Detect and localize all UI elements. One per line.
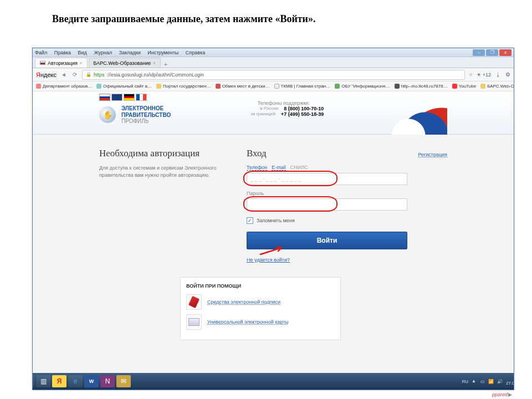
weather-widget[interactable]: ☀ +12 xyxy=(477,72,491,78)
browser-window: Файл Правка Вид Журнал Закладки Инструме… xyxy=(32,48,514,390)
lang-ru-button[interactable] xyxy=(99,94,110,101)
tray-flag-icon[interactable]: ▭ xyxy=(480,379,485,384)
window-close-button[interactable]: x xyxy=(499,49,511,56)
lang-fr-button[interactable] xyxy=(136,94,147,101)
login-button[interactable]: Войти xyxy=(247,232,407,249)
taskbar-outlook-icon[interactable]: ✉ xyxy=(116,375,131,387)
lock-icon: 🔒 xyxy=(86,72,91,77)
login-method-tabs: Телефон E-mail СНИЛС xyxy=(247,165,447,171)
usb-token-icon xyxy=(186,294,202,310)
browser-titlebar: Файл Правка Вид Журнал Закладки Инструме… xyxy=(33,48,514,57)
download-icon[interactable]: ⭳ xyxy=(494,71,502,79)
bookmark-item[interactable]: ТКМВ | Главная стран… xyxy=(274,84,331,89)
bookmark-item[interactable]: Обмен мест в детски… xyxy=(216,84,270,89)
help-eds-link[interactable]: Средства электронной подписи xyxy=(207,299,280,305)
favicon-icon xyxy=(395,84,400,89)
browser-menu[interactable]: Файл Правка Вид Журнал Закладки Инструме… xyxy=(35,50,211,55)
taskbar-onenote-icon[interactable]: N xyxy=(100,375,115,387)
browser-tabstrip: Авторизация × БАРС.Web-Образование × + xyxy=(33,57,514,68)
tab-close-icon[interactable]: × xyxy=(80,60,83,65)
card-icon xyxy=(186,314,202,330)
help-uec-link[interactable]: Универсальной электронной карты xyxy=(207,319,289,325)
register-link[interactable]: Регистрация xyxy=(418,152,447,157)
system-tray: RU ▲ ▭ 📶 🔊 11:56 27.06.2014 xyxy=(462,376,514,386)
favicon-icon xyxy=(335,84,340,89)
site-logo-icon: ✋ xyxy=(99,106,116,123)
remember-label: Запомнить меня xyxy=(257,218,295,223)
url-input[interactable]: 🔒 https ://esia.gosuslugi.ru/idp/authn/C… xyxy=(82,70,465,80)
menu-view[interactable]: Вид xyxy=(78,50,87,55)
site-header: ✋ ЭЛЕКТРОННОЕ ПРАВИТЕЛЬСТВО ПРОФИЛЬ Теле… xyxy=(33,91,514,135)
tray-up-icon[interactable]: ▲ xyxy=(472,378,477,384)
browser-tab-inactive[interactable]: БАРС.Web-Образование × xyxy=(89,58,161,68)
favicon-icon xyxy=(480,84,485,89)
ru-flag-icon xyxy=(40,61,45,65)
settings-gear-icon[interactable]: ⚙ xyxy=(505,71,510,78)
taskbar-word-icon[interactable]: W xyxy=(84,375,99,387)
remember-checkbox[interactable]: ✓ xyxy=(247,217,253,224)
bookmark-item[interactable]: Департамент образов… xyxy=(36,84,92,89)
login-help-box: ВОЙТИ ПРИ ПОМОЩИ Средства электронной по… xyxy=(180,277,341,340)
tray-network-icon[interactable]: 📶 xyxy=(488,379,494,384)
url-https: https xyxy=(94,72,105,78)
favicon-icon xyxy=(156,84,161,89)
new-tab-button[interactable]: + xyxy=(162,61,170,68)
bookmark-item[interactable]: БАРС.Web-Образова… xyxy=(480,84,514,89)
taskbar-yandex-icon[interactable]: Я xyxy=(52,375,66,387)
tab-close-icon[interactable]: × xyxy=(153,60,156,65)
tray-clock[interactable]: 11:56 27.06.2014 xyxy=(506,376,514,386)
menu-file[interactable]: Файл xyxy=(35,50,47,55)
browser-address-bar: Яндекс ◄ ⟳ 🔒 https ://esia.gosuslugi.ru/… xyxy=(33,68,514,81)
lang-en-button[interactable] xyxy=(111,94,122,101)
nav-back-button[interactable]: ◄ xyxy=(60,71,68,79)
cant-login-link[interactable]: Не удается войти? xyxy=(247,257,447,263)
yandex-logo[interactable]: Яндекс xyxy=(36,71,57,78)
taskbar-ie-icon[interactable]: e xyxy=(68,375,83,387)
favicon-icon xyxy=(36,84,41,89)
taskbar-firefox-icon[interactable]: ● xyxy=(33,375,34,387)
browser-tab-active[interactable]: Авторизация × xyxy=(35,58,88,68)
favicon-icon xyxy=(452,84,457,89)
instruction-text: Введите запрашиваемые данные, затем нажм… xyxy=(0,0,532,33)
window-minimize-button[interactable]: – xyxy=(473,49,485,56)
annotation-arrow-icon xyxy=(259,245,287,255)
password-field[interactable] xyxy=(247,198,407,211)
tray-lang[interactable]: RU xyxy=(462,379,468,384)
help-title: ВОЙТИ ПРИ ПОМОЩИ xyxy=(186,283,335,289)
auth-required-text: Для доступа к системам и сервисам Электр… xyxy=(99,165,232,178)
lang-de-button[interactable] xyxy=(124,94,135,101)
site-brand: ЭЛЕКТРОННОЕ ПРАВИТЕЛЬСТВО ПРОФИЛЬ xyxy=(121,105,171,125)
bookmark-item[interactable]: YouTube xyxy=(452,84,476,89)
nav-reload-button[interactable]: ⟳ xyxy=(71,71,79,79)
taskbar-explorer-icon[interactable]: ▥ xyxy=(36,375,50,387)
menu-tools[interactable]: Инструменты xyxy=(147,50,178,55)
bookmark-item[interactable]: http--mo.itc48.ru7878… xyxy=(395,84,448,89)
login-title: Вход xyxy=(247,148,267,159)
menu-help[interactable]: Справка xyxy=(186,50,205,55)
tab-email[interactable]: E-mail xyxy=(272,165,286,171)
support-phones: Телефоны поддержки: в России:8 (800) 100… xyxy=(243,100,324,117)
menu-bookmarks[interactable]: Закладки xyxy=(119,50,141,55)
menu-history[interactable]: Журнал xyxy=(94,50,112,55)
url-path: ://esia.gosuslugi.ru/idp/authn/CommonLog… xyxy=(107,72,204,78)
tab-telephone[interactable]: Телефон xyxy=(247,165,267,171)
tab-label: БАРС.Web-Образование xyxy=(94,60,151,66)
password-label: Пароль xyxy=(247,191,447,196)
windows-taskbar: ● ▥ Я e W N ✉ RU ▲ ▭ 📶 🔊 11:56 27.06.201… xyxy=(33,373,514,390)
bookmarks-bar: Департамент образов… Официальный сайт а…… xyxy=(33,81,514,91)
tab-label: Авторизация xyxy=(48,60,78,66)
favicon-icon xyxy=(216,84,221,89)
bookmark-item[interactable]: Официальный сайт а… xyxy=(96,84,152,89)
login-field[interactable]: _ _ _ - _ _ _ - _ _ _ _ _ xyxy=(247,173,407,185)
page-content: ✋ ЭЛЕКТРОННОЕ ПРАВИТЕЛЬСТВО ПРОФИЛЬ Теле… xyxy=(33,91,514,390)
ru-flag-decoration xyxy=(347,91,447,135)
window-maximize-button[interactable]: ❐ xyxy=(486,49,498,56)
favicon-icon xyxy=(274,84,279,89)
bookmark-item[interactable]: ОБУ "Информационн… xyxy=(335,84,390,89)
bookmark-item[interactable]: Портал государствен… xyxy=(156,84,211,89)
auth-required-title: Необходима авторизация xyxy=(99,148,232,159)
bookmark-star-icon[interactable]: ★ xyxy=(468,71,473,78)
tray-volume-icon[interactable]: 🔊 xyxy=(497,379,503,384)
menu-edit[interactable]: Правка xyxy=(54,50,71,55)
tab-snils[interactable]: СНИЛС xyxy=(290,165,308,171)
